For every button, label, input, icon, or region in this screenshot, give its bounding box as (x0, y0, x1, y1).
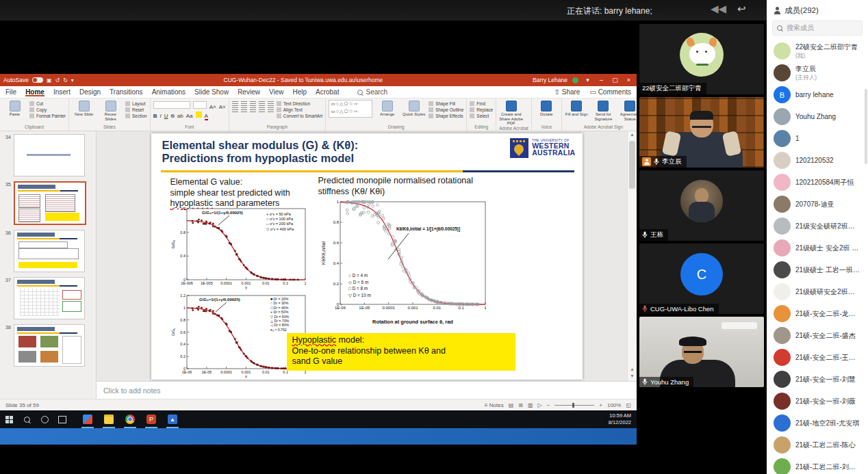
button-paste[interactable]: Paste (3, 100, 27, 117)
tab-view[interactable]: View (269, 88, 284, 96)
next-slide-button[interactable]: ▼ (628, 373, 637, 380)
button-replace[interactable]: Replace (470, 107, 493, 112)
button-shape-fill[interactable]: Shape Fill (429, 101, 463, 106)
previous-slide-button[interactable]: ▲ (628, 366, 637, 373)
tab-slide-show[interactable]: Slide Show (194, 88, 229, 96)
paragraph-align-icon[interactable] (241, 107, 247, 112)
strikethrough-icon[interactable]: S (170, 113, 174, 119)
button-reuse-slides[interactable]: Reuse Slides (99, 100, 123, 121)
italic-icon[interactable]: I (159, 113, 161, 119)
ribbon-display-options-icon[interactable]: ▾ (583, 77, 592, 83)
autosave-toggle[interactable] (32, 77, 43, 83)
tab-acrobat[interactable]: Acrobat (316, 88, 339, 96)
normal-view-icon[interactable]: ▤ (509, 402, 514, 408)
button-arrange[interactable]: Arrange (375, 100, 399, 117)
taskbar-app-chrome[interactable] (122, 410, 138, 428)
button-fill-and-sign[interactable]: Fill and Sign (565, 100, 589, 117)
paragraph-align-icon[interactable] (232, 107, 238, 112)
button-shape-outline[interactable]: Shape Outline (429, 107, 463, 112)
paragraph-align-icon[interactable] (250, 107, 256, 112)
video-tile-3[interactable]: 王栋 (639, 170, 764, 241)
member-item-14[interactable]: 21硕-安全二班-盛杰 (767, 326, 868, 345)
cortana-icon[interactable] (36, 410, 53, 428)
button-shape-effects[interactable]: Shape Effects (429, 114, 463, 118)
slide-number-indicator[interactable]: Slide 35 of 59 (5, 402, 39, 408)
tab-home[interactable]: Home (25, 88, 44, 96)
minimize-button[interactable]: – (597, 77, 606, 83)
increase-font-icon[interactable]: A˄ (209, 104, 216, 110)
undo-icon[interactable]: ↺ (55, 77, 60, 83)
member-search-input[interactable]: 搜索成员 (772, 21, 863, 36)
button-create-and-share-adobe-pdf[interactable]: Create and Share Adobe PDF (499, 100, 523, 126)
button-reset[interactable]: Reset (125, 107, 147, 112)
member-item-4[interactable]: Youhu Zhang (767, 107, 868, 127)
member-item-12[interactable]: 21级硕研安全2班刘卓 (767, 282, 868, 302)
notes-toggle[interactable]: ≡ Notes (485, 402, 504, 408)
member-item-18[interactable]: 21硕-地空2班-尤安琪 (767, 413, 868, 433)
decrease-font-icon[interactable]: A˅ (219, 104, 226, 110)
video-tile-2[interactable]: 李立辰 (639, 97, 764, 168)
members-scrollbar[interactable] (865, 89, 867, 164)
member-item-3[interactable]: Bbarry lehane (767, 85, 868, 105)
highlight-color-icon[interactable] (196, 111, 202, 118)
tab-animations[interactable]: Animations (152, 88, 186, 96)
font-name-box[interactable] (153, 101, 190, 109)
taskbar-app-powerpoint[interactable]: P (143, 410, 159, 428)
underline-icon[interactable]: U (164, 113, 168, 119)
button-format-painter[interactable]: Format Painter (29, 114, 66, 118)
slide-thumbnail-36[interactable]: 36 (1, 230, 92, 272)
tab-insert[interactable]: Insert (53, 88, 71, 96)
qat-customize-icon[interactable]: ▾ (71, 77, 74, 83)
annotation-tool-icon[interactable]: ◀◀ (711, 3, 726, 15)
button-align-text[interactable]: Align Text (277, 107, 322, 112)
member-item-6[interactable]: 1202120532 (767, 150, 868, 170)
slide-thumbnail-38[interactable]: 38 (1, 324, 92, 367)
comments-button[interactable]: ▭ Comments (589, 88, 631, 96)
undo-annotation-icon[interactable]: ↩ (737, 3, 746, 15)
tab-design[interactable]: Design (79, 88, 101, 96)
zoom-in-button[interactable]: + (599, 402, 602, 408)
change-case-icon[interactable]: Aa (186, 113, 193, 119)
button-send-for-signature[interactable]: Send for Signature (591, 100, 615, 121)
button-text-direction[interactable]: Text Direction (277, 101, 322, 106)
maximize-button[interactable]: ▢ (611, 77, 620, 83)
search-box[interactable]: Search (357, 88, 387, 96)
member-item-5[interactable]: 1 (767, 129, 868, 148)
paragraph-align-icon[interactable] (259, 107, 265, 112)
member-item-8[interactable]: 207078-迪亚 (767, 194, 868, 214)
video-tile-1[interactable]: 22硕安全二班邵宁胄 (639, 24, 764, 94)
button-section[interactable]: Section (125, 114, 147, 118)
member-item-11[interactable]: 21级硕士 工岩一班张依杰 (767, 260, 868, 280)
slideshow-icon[interactable]: ▷ (537, 402, 541, 408)
paragraph-list-icon[interactable] (232, 101, 238, 106)
paragraph-list-icon[interactable] (259, 101, 265, 106)
member-item-19[interactable]: 21硕-工岩二班-陈心 (767, 435, 868, 455)
video-tile-5[interactable]: Youhu Zhang (639, 317, 764, 387)
notes-area[interactable]: Click to add notes (97, 381, 637, 399)
close-button[interactable]: × (624, 77, 633, 83)
fit-to-window-icon[interactable]: ◱ (626, 402, 631, 408)
paragraph-list-icon[interactable] (268, 101, 274, 106)
slide-thumbnail-37[interactable]: 37 (1, 277, 92, 319)
taskbar-app-photos[interactable]: ▲ (164, 410, 181, 428)
taskbar-search-icon[interactable] (18, 410, 36, 428)
member-item-15[interactable]: 21硕-安全二班-王昌昊 (767, 347, 868, 367)
reading-view-icon[interactable]: ▥ (528, 402, 533, 408)
member-item-20[interactable]: 21硕-工岩二班-刘金阳 (767, 457, 868, 474)
button-quick-styles[interactable]: Quick Styles (402, 100, 426, 117)
task-view-icon[interactable] (53, 410, 71, 428)
tab-help[interactable]: Help (292, 88, 307, 96)
member-item-9[interactable]: 21级安全硕研2班代维 (767, 216, 868, 236)
taskbar-clock[interactable]: 10:59 AM 8/12/2022 (609, 412, 637, 426)
button-copy[interactable]: Copy (29, 107, 66, 112)
slide-sorter-icon[interactable]: ⊞ (518, 402, 523, 408)
shape-gallery[interactable]: ▭○△⬠☆⇨ ▭○△⬠☆⇨ (329, 100, 372, 118)
member-item-7[interactable]: 1202120584周子恒 (767, 172, 868, 192)
button-layout[interactable]: Layout (125, 101, 147, 106)
member-item-13[interactable]: 21硕-安全二班-龙镜元 (767, 304, 868, 324)
member-item-1[interactable]: 22硕安全二班邵宁胄(我) (767, 41, 868, 61)
video-tile-4[interactable]: CCUG-UWA-Libo Chen (639, 243, 764, 314)
button-dictate[interactable]: Dictate (535, 100, 559, 117)
button-select[interactable]: Select (470, 114, 493, 118)
member-item-10[interactable]: 21级硕士 安全2班 姚瑞 (767, 238, 868, 258)
